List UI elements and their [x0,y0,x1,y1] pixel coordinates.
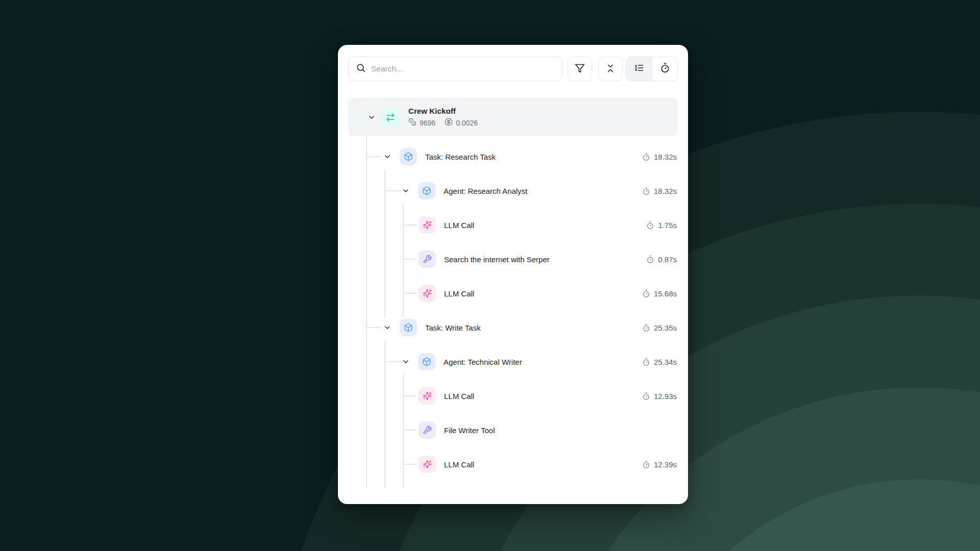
row-label: Agent: Technical Writer [444,358,522,366]
tree-row-crew-kickoff[interactable]: Crew Kickoff96960.0026 [348,98,678,136]
tree-row-llm-call[interactable]: LLM Call15.68s [403,282,678,305]
tree-row-task-research-task[interactable]: Task: Research Task18.32s [366,145,678,168]
root-badges: 96960.0026 [408,118,478,128]
trace-panel: Crew Kickoff96960.0026Task: Research Tas… [338,45,688,504]
wrench-icon [419,421,436,439]
tree-row-llm-call[interactable]: LLM Call12.93s [403,385,678,407]
search-icon [356,63,366,75]
chevron-down-icon[interactable] [383,153,391,161]
collapse-all-button[interactable] [598,57,623,81]
duration: 25.34s [642,358,677,366]
sparkles-icon [419,387,436,405]
row-label: LLM Call [444,221,474,230]
funnel-icon [575,63,585,75]
chevron-down-icon[interactable] [402,358,410,366]
tree-row-llm-call[interactable]: LLM Call1.75s [403,214,678,236]
box-icon [400,148,417,165]
box-icon [400,319,417,336]
tree-row-task-write-task[interactable]: Task: Write Task25.35s [366,316,678,339]
dollar-circle-icon [445,118,453,128]
row-label: Search the internet with Serper [444,255,550,264]
tree-row-agent-research-analyst[interactable]: Agent: Research Analyst18.32s [384,180,678,202]
duration: 15.68s [642,289,677,298]
sparkles-icon [419,285,436,302]
row-label: Agent: Research Analyst [444,187,527,195]
chevron-down-icon[interactable] [368,113,376,121]
cost: 0.0026 [445,118,478,128]
tree-row-file-writer-tool[interactable]: File Writer Tool [403,419,678,441]
token-count: 9696 [408,118,435,128]
search-box[interactable] [348,57,562,81]
wrench-icon [419,251,436,268]
duration: 12.93s [642,392,677,400]
timer-icon [660,63,670,75]
row-label: Task: Write Task [425,323,481,332]
duration: 18.32s [642,153,677,161]
toolbar [348,57,678,81]
sparkles-icon [419,456,436,473]
row-label: File Writer Tool [444,426,495,435]
tree-row-llm-call[interactable]: LLM Call12.39s [403,453,678,475]
coins-icon [408,118,416,128]
chevrons-down-up-icon [605,63,616,75]
chevron-down-icon[interactable] [383,323,391,332]
arrow-right-left-icon [381,108,400,127]
box-icon [418,353,435,370]
row-label: LLM Call [444,460,474,469]
duration: 1.75s [646,221,677,230]
duration: 18.32s [642,187,677,195]
row-label: Task: Research Task [425,153,496,161]
duration: 0.87s [646,255,677,264]
tree-row-search-the-internet-with-serper[interactable]: Search the internet with Serper0.87s [403,248,678,270]
filter-button[interactable] [568,57,592,81]
duration: 12.39s [642,460,677,469]
trace-tree: Crew Kickoff96960.0026Task: Research Tas… [348,98,678,475]
list-ordered-icon [634,63,644,75]
sparkles-icon [419,216,436,234]
root-title: Crew Kickoff [408,107,478,115]
view-toggle-group [626,57,678,81]
box-icon [418,182,435,199]
row-label: LLM Call [444,392,474,400]
timeline-view-toggle[interactable] [652,57,677,81]
chevron-down-icon[interactable] [402,187,410,195]
duration: 25.35s [642,323,677,332]
search-input[interactable] [371,64,555,73]
row-label: LLM Call [444,289,474,298]
tree-row-agent-technical-writer[interactable]: Agent: Technical Writer25.34s [384,350,678,373]
list-view-toggle[interactable] [626,57,652,81]
